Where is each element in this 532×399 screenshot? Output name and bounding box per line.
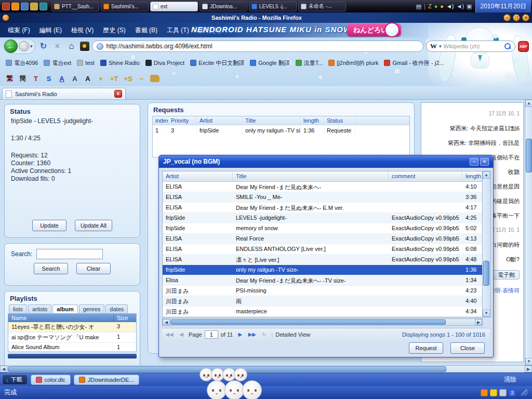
- format-tool-7[interactable]: A: [83, 73, 92, 84]
- bookmark-1[interactable]: 電台4096: [3, 58, 41, 69]
- song-search-input[interactable]: [36, 249, 103, 259]
- playlist-row[interactable]: 11eyes -罪と罰と贖いの少女- オ3: [8, 322, 136, 332]
- minimize-button[interactable]: –: [503, 14, 511, 21]
- bookmark-3[interactable]: test: [74, 58, 97, 68]
- song-grid-hscrollbar[interactable]: ◀ ▶: [162, 318, 483, 326]
- requests-col-Status[interactable]: Status: [324, 116, 355, 125]
- song-row[interactable]: ELISA凛々と [Live ver.]ExactAudioCopy v0.99…: [163, 255, 482, 265]
- quick-launch-icon-4[interactable]: [39, 3, 47, 10]
- menu-tools[interactable]: 工具 (T): [162, 24, 194, 37]
- first-page-button[interactable]: ◀◀: [165, 330, 174, 339]
- page-vscroll-thumb[interactable]: [526, 139, 532, 172]
- download-button[interactable]: ↓ 下載: [2, 375, 28, 385]
- format-tool-3[interactable]: T: [31, 73, 41, 84]
- close-song-window-button[interactable]: Close: [450, 342, 485, 354]
- playlist-row[interactable]: Alice Sound Album1: [8, 343, 136, 352]
- vscroll-thumb[interactable]: [483, 261, 489, 286]
- request-button[interactable]: Request: [409, 342, 443, 354]
- song-col-length[interactable]: length: [462, 171, 482, 181]
- display-tray-icon[interactable]: ▣: [467, 3, 472, 10]
- format-tool-2[interactable]: 簡: [18, 73, 28, 84]
- update-all-button[interactable]: Update All: [75, 220, 112, 231]
- menu-history[interactable]: 歷史 (S): [98, 24, 130, 37]
- restore-button[interactable]: □: [513, 14, 520, 21]
- bookmark-6[interactable]: Excite 中日文翻譯: [188, 58, 247, 69]
- back-button[interactable]: ←: [4, 39, 18, 53]
- reload-button[interactable]: ↻: [38, 41, 49, 52]
- scroll-left-icon[interactable]: ◀: [163, 319, 170, 325]
- printer-icon[interactable]: ▤: [416, 3, 421, 10]
- url-input[interactable]: [107, 43, 419, 50]
- gray-status-icon[interactable]: [499, 389, 507, 396]
- engine-dropdown-icon[interactable]: ▾: [439, 44, 442, 49]
- last-page-button[interactable]: ▶▶: [247, 330, 257, 339]
- song-row[interactable]: ELISADear My Friend -まだ見ぬ未来へ- E.M ver.4:…: [163, 203, 482, 213]
- requests-col-length[interactable]: length: [301, 116, 324, 125]
- song-row[interactable]: 川田まみ雨4:40: [163, 296, 482, 307]
- menu-edit[interactable]: 編輯 (E): [35, 24, 66, 37]
- playlist-col-size[interactable]: Size: [114, 314, 136, 322]
- taskbar-window-5[interactable]: LEVEL5 -j...: [249, 2, 297, 11]
- close-button[interactable]: ×: [522, 14, 529, 21]
- prev-page-button[interactable]: ◀: [177, 330, 186, 339]
- playlist-tab-artists[interactable]: artists: [28, 304, 51, 313]
- hscroll-thumb[interactable]: [170, 320, 446, 325]
- playlist-row[interactable]: ai sp@ce テーマソング 「U make1: [8, 332, 136, 343]
- web-search-input[interactable]: [444, 43, 496, 49]
- page-vscrollbar[interactable]: ▲ ▼: [525, 100, 532, 365]
- song-row[interactable]: ElisaDear My Friend -まだ見ぬ未来へ- -TV size-1…: [163, 275, 482, 286]
- quick-launch-icon-1[interactable]: [2, 3, 10, 10]
- taskbar-window-3[interactable]: ext: [150, 2, 198, 11]
- requests-col-Artist[interactable]: Artist: [197, 116, 243, 125]
- detailed-view-label[interactable]: Detailed View: [275, 331, 310, 338]
- menu-bookmarks[interactable]: 書籤 (B): [130, 24, 162, 37]
- song-window-titlebar[interactable]: JP_vocal (no BGM) – ×: [159, 155, 493, 168]
- bottombar-item-1[interactable]: color.dlc: [31, 375, 71, 385]
- bookmark-10[interactable]: Gmail - 收件匣 - j2...: [381, 58, 446, 69]
- song-row[interactable]: fripSidememory of snowExactAudioCopy v0.…: [163, 223, 482, 234]
- email-button[interactable]: 電子郵: [493, 270, 520, 280]
- song-grid-vscrollbar[interactable]: ▲ ▼: [483, 171, 491, 317]
- quick-launch-firefox-icon[interactable]: [11, 3, 19, 10]
- song-col-artist[interactable]: Artist: [163, 171, 233, 181]
- forward-button[interactable]: →: [19, 41, 29, 51]
- volume2-icon[interactable]: ◄): [457, 3, 464, 10]
- bookmark-5[interactable]: Diva Project: [143, 58, 187, 68]
- scroll-up-icon[interactable]: ▲: [525, 100, 532, 107]
- requests-row[interactable]: 13fripSideonly my railgun -TV si1:36Requ…: [153, 125, 409, 136]
- clear-label[interactable]: 清除: [504, 375, 530, 384]
- format-tool-5[interactable]: A: [57, 73, 66, 84]
- yellow-tray-icon[interactable]: ●: [440, 3, 444, 10]
- format-tool-11[interactable]: −: [137, 73, 147, 84]
- song-row[interactable]: ELISAENDLESS ANTHOLOGY [Live ver.]ExactA…: [163, 244, 482, 255]
- menu-file[interactable]: 檔案 (F): [3, 24, 35, 37]
- bookmark-7[interactable]: Google 翻譯: [247, 58, 292, 69]
- tray-separator[interactable]: |: [424, 3, 425, 10]
- bottombar-item-2[interactable]: JDownloaderDE...: [74, 375, 139, 385]
- scroll-right-icon[interactable]: ▶: [525, 366, 532, 373]
- scroll-left-icon[interactable]: ◀: [0, 366, 7, 373]
- playlist-tab-album[interactable]: album: [52, 304, 77, 313]
- playlist-tab-lists[interactable]: lists: [9, 304, 27, 313]
- bookmark-8[interactable]: 流量T...: [293, 58, 326, 69]
- quick-launch-icon-3[interactable]: [30, 3, 38, 10]
- history-dropdown-icon[interactable]: ▾: [30, 44, 33, 49]
- scroll-down-icon[interactable]: ▼: [483, 310, 490, 317]
- requests-col-Title[interactable]: Title: [243, 116, 301, 125]
- taskbar-window-4[interactable]: JDownloa...: [200, 2, 247, 11]
- format-tool-12[interactable]: [150, 75, 159, 82]
- bookmark-9[interactable]: [j2n8m9]的 plurk: [326, 58, 381, 69]
- clear-button[interactable]: Clear: [76, 263, 111, 274]
- taskbar-clock[interactable]: 2010年11月20日: [475, 0, 531, 12]
- extension-button[interactable]: [80, 42, 89, 51]
- search-magnifier-icon[interactable]: [504, 43, 511, 50]
- next-page-button[interactable]: ▶: [235, 330, 245, 339]
- playlist-hscrollbar[interactable]: [8, 354, 137, 358]
- song-row[interactable]: fripSideLEVEL5 -judgelight-ExactAudioCop…: [163, 213, 482, 223]
- refresh-grid-button[interactable]: ↻: [259, 330, 269, 339]
- taskbar-window-6[interactable]: 未命名 -...: [298, 2, 346, 11]
- format-tool-4[interactable]: S: [44, 73, 54, 84]
- menu-view[interactable]: 檢視 (V): [66, 24, 98, 37]
- taskbar-window-2[interactable]: Sashimii's...: [101, 2, 149, 11]
- window-close-icon[interactable]: ×: [480, 158, 489, 166]
